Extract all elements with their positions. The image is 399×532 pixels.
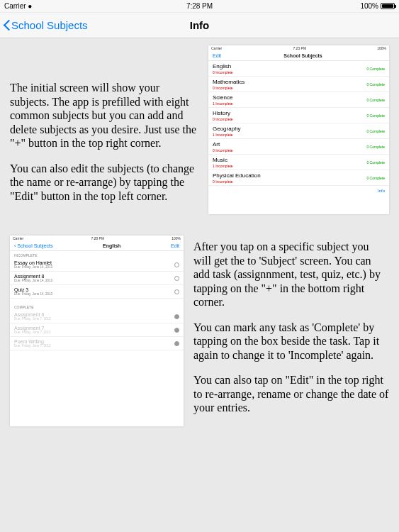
screenshot-subject-detail: Carrier 7:28 PM 100% ‹ School Subjects E…: [10, 235, 184, 426]
list-item: Science1 Incomplete0 Complete: [208, 92, 389, 108]
thumb2-edit: Edit: [171, 243, 179, 248]
app-screen: Carrier ● 7:28 PM 100% School Subjects I…: [0, 0, 399, 532]
back-button[interactable]: School Subjects: [0, 19, 88, 32]
status-carrier: Carrier ●: [4, 2, 32, 10]
list-item: History0 Incomplete0 Complete: [208, 108, 389, 123]
wifi-icon: ●: [28, 2, 32, 10]
carrier-label: Carrier: [4, 2, 26, 10]
content-area: The initial screen will show your subjec…: [0, 38, 399, 440]
task-row: Assignment 6Due: Friday, June 7, 2013: [10, 310, 184, 323]
list-item: Art0 Incomplete0 Complete: [208, 139, 389, 155]
thumb2-battery: 100%: [172, 236, 181, 240]
list-item: English0 Incomplete0 Complete: [208, 61, 389, 77]
thumb1-status: Carrier 7:23 PM 100%: [208, 45, 389, 51]
list-item: Mathematics0 Incomplete0 Complete: [208, 77, 389, 92]
screenshot-subjects-list: Carrier 7:23 PM 100% Edit School Subject…: [208, 45, 389, 214]
list-item: Music1 Incomplete0 Complete: [208, 155, 389, 170]
thumb1-footer: Info: [208, 186, 389, 196]
status-time: 7:28 PM: [186, 2, 213, 10]
battery-icon: [381, 3, 395, 9]
status-right: 100%: [360, 2, 395, 10]
page-title: Info: [190, 19, 210, 31]
back-label: School Subjects: [11, 19, 88, 31]
thumb2-incomplete-list: Essay on HamletDue: Friday, June 14, 201…: [10, 258, 184, 299]
thumb2-header-incomplete: INCOMPLETE: [10, 251, 184, 258]
nav-bar: School Subjects Info: [0, 13, 399, 38]
section2-para1: After you tap on a specific subject you …: [193, 240, 389, 309]
task-row: Quiz 3Due: Friday, June 14, 2013: [10, 285, 184, 299]
thumb1-title: School Subjects: [283, 53, 322, 58]
info-section-2: Carrier 7:28 PM 100% ‹ School Subjects E…: [0, 235, 399, 440]
chevron-left-icon: [3, 19, 11, 32]
thumb1-time: 7:23 PM: [293, 46, 306, 50]
section2-text: After you tap on a specific subject you …: [193, 235, 389, 426]
task-row: Poem WritingDue: Friday, June 7, 2013: [10, 337, 184, 350]
thumb1-carrier: Carrier: [211, 46, 222, 50]
battery-percent: 100%: [360, 2, 378, 10]
section1-text: The initial screen will show your subjec…: [10, 45, 198, 214]
thumb1-battery: 100%: [377, 46, 386, 50]
task-row: Assignment 8Due: Friday, June 14, 2013: [10, 272, 184, 285]
list-item: Physical Education0 Incomplete0 Complete: [208, 170, 389, 186]
thumb2-title: English: [103, 243, 120, 248]
thumb2-nav: ‹ School Subjects English Edit: [10, 241, 184, 251]
thumb1-list: English0 Incomplete0 CompleteMathematics…: [208, 61, 389, 186]
thumb2-complete-list: Assignment 6Due: Friday, June 7, 2013Ass…: [10, 310, 184, 350]
section1-para1: The initial screen will show your subjec…: [10, 81, 198, 150]
thumb2-carrier: Carrier: [13, 236, 23, 240]
section2-para3: You can also tap on "Edit" in the top ri…: [193, 373, 389, 415]
task-row: Assignment 7Due: Friday, June 7, 2013: [10, 323, 184, 337]
info-section-1: The initial screen will show your subjec…: [0, 38, 399, 235]
list-item: Geography1 Incomplete0 Complete: [208, 123, 389, 139]
thumb2-status: Carrier 7:28 PM 100%: [10, 235, 184, 241]
status-bar: Carrier ● 7:28 PM 100%: [0, 0, 399, 13]
section1-para2: You can also edit the subjects (to chang…: [10, 162, 198, 204]
thumb1-nav: Edit School Subjects: [208, 51, 389, 61]
task-row: Essay on HamletDue: Friday, June 14, 201…: [10, 258, 184, 272]
thumb2-back: ‹ School Subjects: [14, 243, 52, 248]
section2-para2: You can mark any task as 'Complete' by t…: [193, 321, 389, 362]
thumb2-header-complete: COMPLETE: [10, 303, 184, 310]
thumb2-time: 7:28 PM: [91, 236, 104, 240]
thumb1-edit: Edit: [213, 53, 221, 58]
